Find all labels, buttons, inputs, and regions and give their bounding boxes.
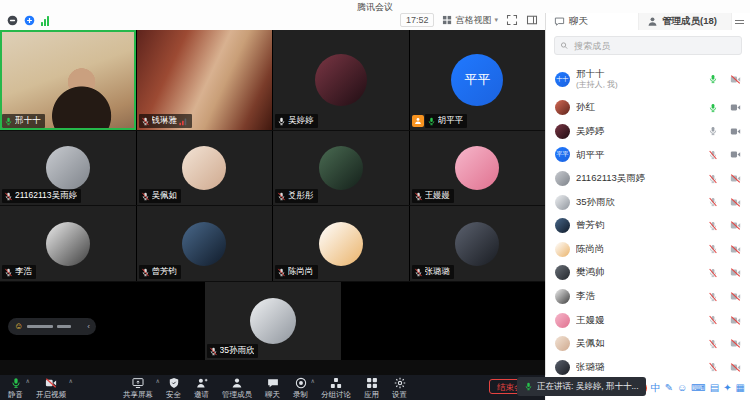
member-mic-icon[interactable] [708, 74, 718, 84]
chevron-up-icon[interactable]: ∧ [26, 377, 30, 384]
avatar [455, 146, 499, 190]
layout-toggle-button[interactable] [526, 14, 538, 26]
member-row[interactable]: 35孙雨欣 [546, 190, 750, 214]
member-row[interactable]: 吴佩如 [546, 332, 750, 356]
fullscreen-button[interactable] [506, 14, 518, 26]
member-search[interactable] [554, 36, 742, 55]
chevron-up-icon[interactable]: ∧ [311, 377, 315, 384]
search-input[interactable] [572, 40, 736, 52]
member-camera-icon[interactable] [730, 102, 741, 113]
video-tile[interactable]: 曾芳钧 [137, 206, 273, 281]
video-tile[interactable]: 钱琳雅 [137, 30, 273, 130]
tile-mic-icon [4, 268, 13, 277]
toolbar-button[interactable]: 应用 [364, 377, 379, 400]
chevron-up-icon[interactable]: ∧ [156, 377, 160, 384]
emoji-icon: ☺ [14, 322, 23, 331]
toolbar-button-label: 应用 [364, 390, 379, 400]
tab-chat-label: 聊天 [569, 15, 588, 28]
member-camera-icon[interactable] [730, 197, 741, 208]
grid-row-3: 李浩 曾芳钧 陈尚尚 [0, 206, 545, 281]
video-tile[interactable]: 平平 胡平平 [410, 30, 546, 130]
chat-preview-overlay[interactable]: ☺ ‹ [8, 318, 96, 335]
meeting-info-icon[interactable] [7, 15, 18, 26]
member-row[interactable]: 陈尚尚 [546, 238, 750, 262]
video-tile[interactable]: 陈尚尚 [273, 206, 409, 281]
member-mic-icon[interactable] [708, 126, 718, 136]
member-camera-icon[interactable] [730, 244, 741, 255]
video-tile[interactable]: 爻彤彤 [273, 131, 409, 205]
member-camera-icon[interactable] [730, 149, 741, 160]
member-mic-icon[interactable] [708, 174, 718, 184]
toolbar-button[interactable]: 设置 [392, 377, 407, 400]
toolbar-button[interactable]: 管理成员 [222, 377, 252, 400]
member-mic-icon[interactable] [708, 268, 718, 278]
video-tile[interactable]: 21162113吴雨婷 [0, 131, 136, 205]
member-camera-icon[interactable] [730, 315, 741, 326]
member-mic-icon[interactable] [708, 339, 718, 349]
member-row[interactable]: 李浩 [546, 285, 750, 309]
view-mode-switcher[interactable]: 宫格视图 ▾ [442, 14, 498, 27]
tile-label: 爻彤彤 [275, 189, 318, 203]
ime-icon[interactable]: ✎ [665, 383, 673, 393]
tile-mic-icon [427, 117, 436, 126]
member-row[interactable]: 王嫚嫚 [546, 308, 750, 332]
member-row[interactable]: 樊鸿帅 [546, 261, 750, 285]
panel-menu-icon[interactable] [732, 20, 750, 24]
member-camera-icon[interactable] [730, 220, 741, 231]
tile-mic-icon [141, 192, 150, 201]
video-tile[interactable]: 35孙雨欣 [205, 282, 341, 360]
toolbar-button[interactable]: ∧ 共享屏幕 [123, 377, 153, 400]
member-name: 35孙雨欣 [576, 197, 702, 208]
toolbar-button[interactable]: 分组讨论 [321, 377, 351, 400]
video-tile[interactable]: 吴婷婷 [273, 30, 409, 130]
member-row[interactable]: 张璐璐 [546, 356, 750, 375]
member-row[interactable]: 十十 邢十十 (主持人, 我) [546, 62, 750, 96]
video-tile[interactable]: 张璐璐 [410, 206, 546, 281]
member-mic-icon[interactable] [708, 197, 718, 207]
chevron-up-icon[interactable]: ∧ [69, 377, 73, 384]
member-row[interactable]: 21162113吴雨婷 [546, 167, 750, 191]
member-mic-icon[interactable] [708, 244, 718, 254]
member-camera-icon[interactable] [730, 267, 741, 278]
member-mic-icon[interactable] [708, 362, 718, 372]
toolbar-button[interactable]: ∧ 静音 [8, 377, 23, 400]
member-camera-icon[interactable] [730, 338, 741, 349]
video-tile[interactable]: 吴佩如 [137, 131, 273, 205]
video-tile[interactable]: 李浩 [0, 206, 136, 281]
member-row[interactable]: 孙红 [546, 96, 750, 120]
video-tile[interactable]: 邢十十 [0, 30, 136, 130]
ime-icon[interactable]: ☺ [677, 383, 687, 393]
toolbar-button[interactable]: 聊天 [265, 377, 280, 400]
video-tile[interactable]: 王嫚嫚 [410, 131, 546, 205]
toolbar-button[interactable]: ∧ 录制 [293, 377, 308, 400]
toolbar-button[interactable]: 邀请 [194, 377, 209, 400]
ime-icon[interactable]: ▤ [710, 383, 719, 393]
toolbar-button[interactable]: ∧ 开启视频 [36, 377, 66, 400]
member-camera-icon[interactable] [730, 126, 741, 137]
mic-icon [524, 382, 533, 391]
member-mic-icon[interactable] [708, 221, 718, 231]
member-row[interactable]: 曾芳钧 [546, 214, 750, 238]
security-level-icon[interactable] [24, 15, 35, 26]
tab-members[interactable]: 管理成员(18) [639, 13, 732, 30]
ime-icon[interactable]: 中 [651, 383, 661, 393]
member-camera-icon[interactable] [730, 173, 741, 184]
ime-icon[interactable]: ▦ [736, 383, 745, 393]
toolbar-button[interactable]: 安全 [166, 377, 181, 400]
member-mic-icon[interactable] [708, 315, 718, 325]
member-camera-icon[interactable] [730, 362, 741, 373]
statusbar-left [7, 15, 49, 26]
member-camera-icon[interactable] [730, 291, 741, 302]
member-row[interactable]: 平平 胡平平 [546, 143, 750, 167]
ime-icon[interactable]: ✦ [723, 383, 731, 393]
member-row[interactable]: 吴婷婷 [546, 120, 750, 144]
tab-chat[interactable]: 聊天 [546, 13, 639, 30]
ime-icon[interactable]: ⌨ [691, 383, 705, 393]
member-mic-icon[interactable] [708, 292, 718, 302]
network-signal-icon[interactable] [41, 16, 49, 26]
collapse-arrow-icon[interactable]: ‹ [87, 322, 90, 331]
member-camera-icon[interactable] [730, 74, 741, 85]
member-mic-icon[interactable] [708, 103, 718, 113]
member-mic-icon[interactable] [708, 150, 718, 160]
avatar [555, 171, 570, 186]
